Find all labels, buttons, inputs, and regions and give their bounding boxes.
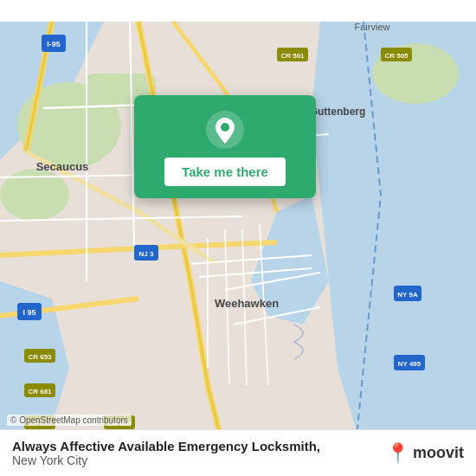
svg-text:Guttenberg: Guttenberg xyxy=(310,106,366,118)
svg-text:CR 653: CR 653 xyxy=(28,353,52,361)
svg-text:Weehawken: Weehawken xyxy=(215,297,279,310)
take-me-there-button[interactable]: Take me there xyxy=(164,158,286,186)
svg-text:I-95: I-95 xyxy=(47,40,61,48)
location-card: Take me there xyxy=(134,95,316,198)
svg-point-36 xyxy=(221,123,229,132)
moovit-label: moovit xyxy=(413,444,464,462)
business-info: Always Affective Available Emergency Loc… xyxy=(12,439,386,467)
svg-text:NY 9A: NY 9A xyxy=(397,291,418,299)
svg-text:I 95: I 95 xyxy=(23,308,35,317)
svg-text:NY 495: NY 495 xyxy=(398,360,421,368)
map-background: I-95 I 95 NJ 3 NY 9A NY 495 CR 501 CR 50… xyxy=(0,0,476,476)
svg-text:CR 681: CR 681 xyxy=(28,388,52,396)
bottom-bar: Always Affective Available Emergency Loc… xyxy=(0,429,476,476)
svg-text:CR 501: CR 501 xyxy=(280,52,305,60)
svg-text:CR 505: CR 505 xyxy=(384,52,408,60)
moovit-logo: 📍 moovit xyxy=(386,444,464,463)
map-attribution: © OpenStreetMap contributors xyxy=(7,415,132,426)
svg-text:Fairview: Fairview xyxy=(355,22,390,32)
business-name: Always Affective Available Emergency Loc… xyxy=(12,439,386,453)
svg-text:NJ 3: NJ 3 xyxy=(139,250,154,258)
moovit-pin-icon: 📍 xyxy=(386,444,409,463)
svg-text:Secaucus: Secaucus xyxy=(36,160,89,173)
business-location: New York City xyxy=(12,453,386,467)
location-pin-icon xyxy=(206,111,244,149)
map-container: I-95 I 95 NJ 3 NY 9A NY 495 CR 501 CR 50… xyxy=(0,0,476,476)
